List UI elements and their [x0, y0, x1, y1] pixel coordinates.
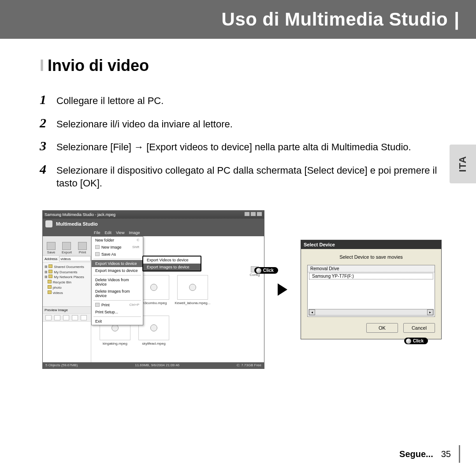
export-button[interactable]: Export — [62, 242, 72, 254]
tree-item[interactable]: ⊞ Shared Documents — [45, 264, 89, 270]
step-num: 1 — [40, 91, 52, 109]
menu-item-export-images[interactable]: Export Images to device — [92, 267, 143, 274]
preview-tool-icon[interactable] — [54, 315, 60, 320]
click-annotation: Click — [254, 267, 278, 274]
tree-item[interactable]: ⊞ My Network Places — [45, 275, 89, 280]
status-bar: 5 Objects (59.67MB) 11.69MB, 9/6/2004 21… — [43, 362, 264, 368]
address-bar: Address — [43, 256, 91, 263]
submenu-export-images[interactable]: Export Images to device — [143, 264, 201, 271]
address-label: Address — [45, 257, 57, 261]
main-pane: New folderC New ImageShift Save As Expor… — [91, 236, 264, 362]
menu-edit[interactable]: Edit — [105, 231, 112, 235]
device-item[interactable]: Samsung YP-T7F(F:) — [309, 273, 433, 279]
step-4: 4 Selezionare il dispositivo collegato a… — [40, 160, 445, 190]
preview-tool-icon[interactable] — [45, 315, 52, 320]
select-device-dialog: Select Device Select Device to save movi… — [301, 240, 442, 339]
preview-toolbar[interactable] — [43, 313, 91, 321]
step-num: 2 — [40, 114, 52, 132]
menu-item-exit[interactable]: Exit — [92, 318, 143, 325]
folder-icon — [48, 290, 52, 294]
ok-button[interactable]: OK — [366, 323, 398, 333]
menu-item-new-folder[interactable]: New folderC — [92, 237, 143, 244]
header-divider: | — [454, 9, 459, 30]
menu-item-new-image[interactable]: New ImageShift — [92, 244, 143, 251]
file-context-menu[interactable]: New folderC New ImageShift Save As Expor… — [91, 236, 143, 325]
tree-item[interactable]: Recycle Bin — [45, 280, 89, 285]
step-2: 2 Selezionare il/i video da inviare al l… — [40, 114, 445, 132]
content: I Invio di video 1 Collegare il lettore … — [0, 39, 476, 369]
menu-image[interactable]: Image — [129, 231, 140, 235]
menu-item-print-setup[interactable]: Print Setup... — [92, 309, 143, 316]
video-icon — [150, 324, 157, 331]
menu-view[interactable]: View — [116, 231, 124, 235]
h-scrollbar[interactable]: ◂ ▸ — [309, 309, 434, 316]
print-icon — [95, 303, 100, 307]
preview-tool-icon[interactable] — [63, 315, 69, 320]
preview-label: Preview Image — [43, 306, 91, 313]
preview-pane — [43, 321, 91, 362]
language-tab: ITA — [450, 145, 476, 183]
folder-icon — [48, 285, 52, 289]
folder-tree[interactable]: ⊞ Shared Documents ⊞ My Documents ⊞ My N… — [43, 263, 91, 307]
tree-item[interactable]: ⊞ My Documents — [45, 270, 89, 275]
step-text: Collegare il lettore al PC. — [56, 94, 445, 108]
status-fileinfo: 11.69MB, 9/6/2004 21:09:46 — [135, 363, 179, 367]
chevron-right-icon[interactable]: ▸ — [427, 309, 433, 315]
submenu-export-videos[interactable]: Export Videos to device — [143, 257, 201, 264]
image-icon — [95, 245, 100, 249]
page: Uso di Multimedia Studio | ITA I Invio d… — [0, 0, 476, 476]
section-heading: I Invio di video — [40, 56, 445, 75]
save-button[interactable]: Save — [47, 242, 56, 254]
menu-item-delete-images[interactable]: Delete Images from device — [92, 288, 143, 299]
menu-item-save-as[interactable]: Save As — [92, 251, 143, 258]
dialog-buttons: OK Cancel — [307, 323, 435, 333]
step-text: Selezionare il/i video da inviare al let… — [56, 118, 445, 131]
step-3: 3 Selezionare [File] → [Export videos to… — [40, 137, 445, 155]
step-text: Selezionare [File] → [Export videos to d… — [56, 141, 445, 154]
footer-bar — [459, 445, 460, 463]
status-objects: 5 Objects (59.67MB) — [45, 363, 78, 367]
window-title: Samsung Multimedia Studio - jack.mpeg — [45, 212, 115, 217]
device-listbox[interactable]: Removal Drive Samsung YP-T7F(F:) ◂ ▸ — [307, 265, 435, 317]
tree-item[interactable]: photo — [45, 285, 89, 290]
folder-icon — [48, 264, 52, 268]
print-icon — [78, 242, 87, 250]
folder-icon — [48, 275, 52, 278]
video-thumb[interactable]: Kewell_labona.mpeg... — [174, 275, 211, 313]
click-annotation: Click — [404, 338, 428, 344]
step-text: Selezionare il dispositivo collegato al … — [56, 164, 445, 190]
sidebar: Save Export Print Address ⊞ Shared Docum… — [43, 236, 91, 362]
folder-icon — [48, 270, 52, 273]
menu-item-export-videos[interactable]: Export Videos to device — [92, 260, 143, 267]
section-bar: I — [40, 56, 44, 75]
video-icon — [150, 284, 157, 291]
export-icon — [62, 242, 71, 250]
section-title: Invio di video — [48, 56, 149, 75]
cancel-button[interactable]: Cancel — [403, 323, 435, 333]
multimedia-studio-window: Samsung Multimedia Studio - jack.mpeg Mu… — [42, 210, 264, 369]
step-num: 4 — [40, 160, 52, 178]
export-submenu[interactable]: Export Videos to device Export Images to… — [142, 256, 201, 271]
window-buttons[interactable] — [244, 212, 262, 217]
continue-label: Segue... — [399, 449, 433, 459]
menu-item-print[interactable]: PrintCtrl+P — [92, 301, 143, 309]
print-button[interactable]: Print — [78, 242, 87, 254]
page-number: 35 — [441, 449, 451, 459]
folder-icon — [48, 280, 52, 283]
chevron-left-icon[interactable]: ◂ — [309, 309, 315, 315]
address-input[interactable] — [59, 256, 91, 261]
dialog-body: Select Device to save movies Removal Dri… — [301, 249, 441, 339]
step-1: 1 Collegare il lettore al PC. — [40, 91, 445, 109]
menu-item-delete-videos[interactable]: Delete Videos from device — [92, 276, 143, 288]
tree-item[interactable]: videos — [45, 290, 89, 296]
step-num: 3 — [40, 137, 52, 155]
menu-file[interactable]: File — [94, 231, 100, 235]
titlebar: Samsung Multimedia Studio - jack.mpeg — [43, 211, 264, 219]
video-icon — [189, 284, 196, 291]
menubar[interactable]: File Edit View Image — [43, 229, 264, 236]
preview-tool-icon[interactable] — [72, 315, 78, 320]
preview-tool-icon[interactable] — [81, 315, 87, 320]
header-bar: Uso di Multimedia Studio | — [0, 0, 476, 39]
window-body: Save Export Print Address ⊞ Shared Docum… — [43, 236, 264, 362]
app-logo-icon — [45, 220, 52, 227]
